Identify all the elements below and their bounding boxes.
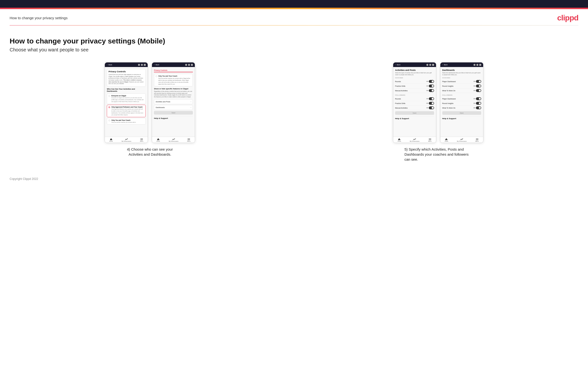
- s3-toggle-followers-drills[interactable]: ON: [426, 102, 434, 105]
- s3-coaches-rounds: Rounds ON: [395, 79, 434, 84]
- caption-left-text: 4) Choose who can see your Activities an…: [123, 147, 176, 157]
- s3-toggle-coaches-manual[interactable]: ON: [426, 89, 434, 92]
- s3-toggle-followers-rounds[interactable]: ON: [426, 97, 434, 100]
- s1-option-everyone[interactable]: Everyone on Clippd Everyone on Clippd ca…: [107, 93, 146, 104]
- s3-switch-followers-drills[interactable]: [429, 102, 434, 105]
- s2-nav-menu[interactable]: Menu: [187, 138, 190, 142]
- s1-radio-approved: [108, 106, 110, 108]
- s4-toggle-followers-insights[interactable]: ON: [474, 102, 481, 105]
- s4-toggle-coaches-player[interactable]: ON: [474, 80, 481, 83]
- s2-top-bar: ‹ Back: [152, 62, 195, 67]
- s2-nav-home[interactable]: Home: [156, 138, 160, 142]
- s3-coaches-manual: Manual Activities ON: [395, 88, 434, 93]
- s3-toggle-coaches-rounds[interactable]: ON: [426, 80, 434, 83]
- s1-menu-icon[interactable]: [144, 64, 146, 66]
- s2-back-btn[interactable]: ‹ Back: [154, 64, 159, 66]
- s1-radio-onlyyou: [108, 120, 110, 121]
- s3-save-btn[interactable]: Save: [395, 111, 434, 115]
- s3-coaches-drills: Practice Drills ON: [395, 84, 434, 88]
- s3-menu-icon[interactable]: [432, 64, 434, 66]
- s3-switch-followers-manual[interactable]: [429, 106, 434, 109]
- s3-toggle-coaches-drills[interactable]: ON: [426, 84, 434, 87]
- s4-nav-home[interactable]: Home: [445, 138, 448, 142]
- s4-save-btn[interactable]: Save: [442, 111, 481, 115]
- s3-back-btn[interactable]: ‹ Back: [395, 64, 400, 66]
- s1-section-title: Privacy Controls: [108, 70, 144, 73]
- s2-perf-icon: [172, 138, 175, 140]
- s1-nav-menu[interactable]: Menu: [140, 138, 143, 142]
- s3-top-bar: ‹ Back: [393, 62, 436, 67]
- s3-user-icon[interactable]: [429, 64, 431, 66]
- s3-switch-coaches-manual[interactable]: [429, 89, 434, 92]
- s3-followers-rounds: Rounds ON: [395, 97, 434, 101]
- s2-list-activities[interactable]: Activities and Posts ›: [154, 99, 193, 104]
- s1-option-approved[interactable]: Only Approved Followers and Your Coach O…: [107, 105, 146, 117]
- s1-user-icon[interactable]: [141, 64, 143, 66]
- s4-coaches-label: COACHES: [442, 77, 481, 79]
- s3-home-icon: [398, 138, 401, 140]
- s4-dashboards-title: Dashboards: [442, 69, 481, 71]
- s4-toggle-followers-workon[interactable]: ON: [474, 106, 481, 109]
- s2-show-hide-desc: Regardless of the privacy controls that …: [154, 91, 193, 98]
- s2-tab[interactable]: Privacy Controls: [154, 69, 167, 72]
- page-heading: How to change your privacy settings (Mob…: [10, 37, 578, 45]
- s1-option-everyone-text: Everyone on Clippd Everyone on Clippd ca…: [111, 95, 144, 103]
- s4-switch-coaches-workon[interactable]: [476, 89, 481, 92]
- s1-bottom-nav: Home My Performance Menu: [105, 137, 148, 143]
- s2-user-icon[interactable]: [188, 64, 190, 66]
- s3-content: Activities and Posts Select the types of…: [393, 67, 436, 137]
- s1-radio-everyone: [108, 95, 110, 97]
- s4-menu-icon[interactable]: [479, 64, 481, 66]
- s3-coaches-label: COACHES: [395, 77, 434, 79]
- s4-switch-followers-workon[interactable]: [476, 106, 481, 109]
- s1-who-label: Who Can See Your Activities and Dashboar…: [107, 88, 146, 92]
- s4-switch-coaches-insights[interactable]: [476, 84, 481, 87]
- s1-content: Privacy Controls Control how you and you…: [105, 67, 148, 137]
- s4-search-icon[interactable]: [474, 64, 476, 66]
- s4-switch-coaches-player[interactable]: [476, 80, 481, 83]
- s4-help: Help & Support: [442, 116, 481, 120]
- s3-followers-label: FOLLOWERS: [395, 94, 434, 96]
- s2-search-icon[interactable]: [185, 64, 187, 66]
- mockups-row: ‹ Back Privacy Controls: [10, 62, 578, 162]
- footer: Copyright Clippd 2022: [0, 172, 588, 186]
- screen2-mockup: ‹ Back Privacy Controls: [152, 62, 195, 143]
- s3-nav-perf[interactable]: My Performance: [410, 138, 419, 142]
- s2-show-hide-title: Show or hide specific features in Clippd: [154, 88, 193, 90]
- s2-home-icon: [157, 138, 160, 140]
- s4-nav-menu[interactable]: Menu: [476, 138, 479, 142]
- s2-menu-icon[interactable]: [191, 64, 193, 66]
- s4-perf-icon: [460, 138, 463, 140]
- s3-switch-coaches-drills[interactable]: [429, 84, 434, 87]
- s3-activities-desc: Select the types of activity that you'd …: [395, 72, 434, 76]
- s3-toggle-followers-manual[interactable]: ON: [426, 106, 434, 109]
- s1-nav-home[interactable]: Home: [109, 138, 113, 142]
- s3-nav-home[interactable]: Home: [398, 138, 401, 142]
- s3-switch-followers-rounds[interactable]: [429, 97, 434, 100]
- s4-menu-nav-icon: [476, 138, 479, 140]
- screen3-mockup: ‹ Back Activities and Posts Select the t…: [393, 62, 436, 143]
- s4-back-btn[interactable]: ‹ Back: [442, 64, 448, 66]
- s2-save-btn[interactable]: Save: [154, 111, 193, 115]
- s1-search-icon[interactable]: [138, 64, 140, 66]
- s4-switch-followers-player[interactable]: [476, 97, 481, 100]
- s1-option-onlyyou[interactable]: Only You and Your Coach Only you and the…: [107, 118, 146, 125]
- s4-user-icon[interactable]: [476, 64, 478, 66]
- s4-switch-followers-insights[interactable]: [476, 102, 481, 105]
- s1-nav-perf[interactable]: My Performance: [122, 138, 131, 142]
- s4-toggle-followers-player[interactable]: ON: [474, 97, 481, 100]
- header-title: How to change your privacy settings: [10, 16, 68, 20]
- s4-toggle-coaches-insights[interactable]: ON: [474, 84, 481, 87]
- page-subheading: Choose what you want people to see: [10, 47, 578, 53]
- s4-nav-perf[interactable]: My Performance: [457, 138, 467, 142]
- s3-switch-coaches-rounds[interactable]: [429, 80, 434, 83]
- s1-perf-icon: [125, 138, 128, 140]
- s3-nav-menu[interactable]: Menu: [428, 138, 432, 142]
- s1-back-btn[interactable]: ‹ Back: [107, 64, 112, 66]
- s2-list-dashboards[interactable]: Dashboards ›: [154, 105, 193, 110]
- s4-toggle-coaches-workon[interactable]: ON: [474, 89, 481, 92]
- s1-top-bar: ‹ Back: [105, 62, 148, 67]
- s4-bottom-nav: Home My Performance Menu: [440, 137, 483, 143]
- s3-search-icon[interactable]: [426, 64, 428, 66]
- s2-nav-perf[interactable]: My Performance: [169, 138, 178, 142]
